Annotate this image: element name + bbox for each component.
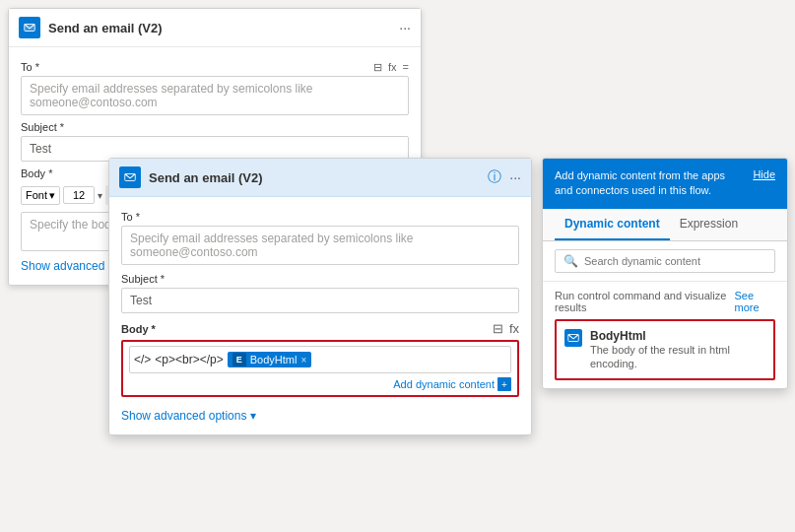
filter-icon[interactable]: ⊟ — [373, 61, 382, 74]
chevron-size-icon[interactable]: ▾ — [98, 190, 102, 201]
fg-email-card: Send an email (V2) ⓘ ··· To * Specify em… — [108, 158, 532, 435]
add-dynamic-button[interactable]: Add dynamic content + — [393, 377, 511, 391]
panel-section: Run control command and visualize result… — [543, 282, 787, 389]
panel-header: Add dynamic content from the apps and co… — [543, 159, 787, 209]
fg-body-content[interactable]: </> <p><br></p> E BodyHtml × — [129, 346, 511, 373]
section-title: Run control command and visualize result… — [555, 290, 734, 313]
section-header: Run control command and visualize result… — [555, 290, 775, 313]
panel-tabs: Dynamic content Expression — [543, 209, 787, 241]
search-icon: 🔍 — [563, 254, 578, 268]
fg-filter-icon[interactable]: ⊟ — [493, 321, 503, 336]
tab-dynamic-content[interactable]: Dynamic content — [555, 209, 670, 240]
chevron-icon: ▾ — [49, 189, 55, 202]
equals-icon[interactable]: = — [403, 61, 409, 74]
three-dots-icon[interactable]: ··· — [399, 20, 411, 35]
fg-card-body: To * Specify email addresses separated b… — [109, 197, 531, 434]
result-name: BodyHtml — [590, 329, 765, 343]
panel-search-area: 🔍 — [543, 241, 787, 282]
bodyhtml-result-item[interactable]: BodyHtml The body of the result in html … — [555, 319, 775, 381]
fg-subject-input[interactable]: Test — [121, 288, 519, 313]
hide-button[interactable]: Hide — [753, 168, 775, 180]
bg-card-actions: ··· — [399, 20, 411, 35]
bg-subject-label: Subject * — [21, 121, 409, 133]
fg-to-input[interactable]: Specify email addresses separated by sem… — [121, 226, 519, 265]
tab-expression[interactable]: Expression — [670, 209, 748, 240]
bg-card-title: Send an email (V2) — [48, 21, 399, 35]
fg-card-header: Send an email (V2) ⓘ ··· — [109, 159, 531, 197]
fg-subject-label: Subject * — [121, 273, 519, 285]
panel-header-text: Add dynamic content from the apps and co… — [555, 168, 745, 199]
fg-add-dynamic: Add dynamic content + — [129, 377, 511, 391]
add-dynamic-icon: + — [497, 377, 511, 391]
bg-card-header: Send an email (V2) ··· — [9, 9, 421, 47]
fg-to-label: To * — [121, 211, 519, 223]
fg-body-actions: ⊟ fx — [493, 321, 519, 336]
fg-body-header: Body * ⊟ fx — [121, 321, 519, 336]
fg-bodyhtml-tag[interactable]: E BodyHtml × — [228, 352, 312, 367]
result-text: BodyHtml The body of the result in html … — [590, 329, 765, 371]
bg-card-icon — [19, 17, 40, 38]
dynamic-content-panel: Add dynamic content from the apps and co… — [542, 158, 788, 389]
fg-fx-icon[interactable]: fx — [509, 321, 519, 336]
fg-chevron-advanced-icon: ▾ — [250, 409, 256, 423]
fg-card-title: Send an email (V2) — [149, 170, 488, 185]
fg-body-code-text: </> — [134, 353, 151, 366]
info-icon[interactable]: ⓘ — [488, 168, 501, 186]
fg-body-tag-text: <p><br></p> — [155, 353, 223, 366]
fg-three-dots-icon[interactable]: ··· — [509, 169, 521, 185]
tag-icon: E — [232, 353, 246, 366]
fg-body-container: </> <p><br></p> E BodyHtml × Add dynamic… — [121, 340, 519, 397]
font-size-input[interactable]: 12 — [63, 186, 95, 204]
fg-body-label: Body * — [121, 323, 156, 335]
search-input[interactable] — [584, 255, 766, 267]
tag-close-icon[interactable]: × — [300, 355, 306, 366]
result-icon — [564, 329, 582, 347]
add-dynamic-label: Add dynamic content — [393, 378, 495, 390]
font-select[interactable]: Font ▾ — [21, 186, 60, 205]
fg-show-advanced[interactable]: Show advanced options ▾ — [121, 409, 519, 423]
bg-to-input[interactable]: Specify email addresses separated by sem… — [21, 76, 409, 115]
result-description: The body of the result in html encoding. — [590, 343, 765, 371]
search-box[interactable]: 🔍 — [555, 249, 775, 273]
fx-icon[interactable]: fx — [388, 61, 397, 74]
fg-card-icon — [119, 166, 141, 188]
fg-card-actions: ⓘ ··· — [488, 168, 521, 186]
see-more-button[interactable]: See more — [734, 290, 775, 313]
tag-label: BodyHtml — [250, 354, 298, 366]
bg-to-label: To * ⊟ fx = — [21, 61, 409, 73]
